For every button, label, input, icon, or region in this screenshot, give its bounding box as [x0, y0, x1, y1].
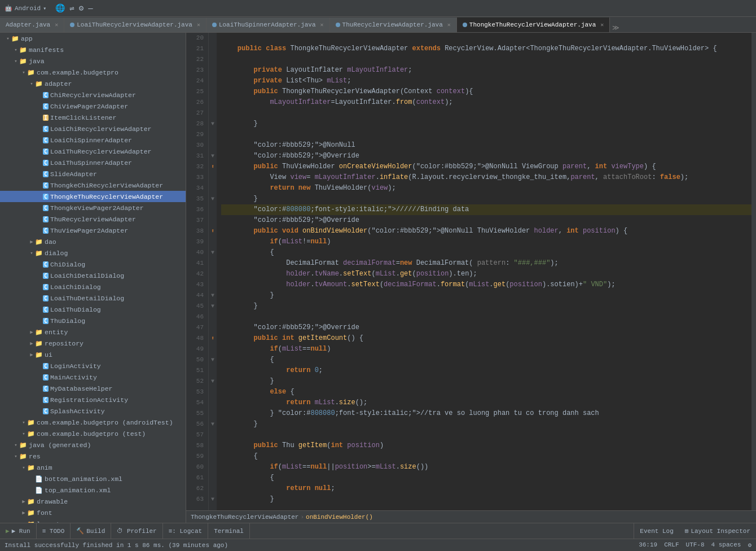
tree-label: ItemClickListener	[50, 114, 116, 121]
tree-item[interactable]: C ThongkeThuRecyclerViewAdapter	[0, 191, 186, 202]
tree-item[interactable]: C ChiRecyclerviewAdapter	[0, 89, 186, 100]
tree-item[interactable]: ▶ 📁 entity	[0, 326, 186, 338]
tree-item[interactable]: ▾ 📁 com.example.budgetpro (test)	[0, 428, 186, 439]
tree-item[interactable]: C ChiDialog	[0, 259, 186, 270]
code-line: {	[221, 473, 751, 483]
tab-thongkethu-label: ThongkeThuRecyclerViewAdapter.java	[469, 21, 596, 28]
tree-item[interactable]: C ThuRecyclerviewAdapter	[0, 213, 186, 225]
tree-item[interactable]: C MainActivity	[0, 371, 186, 383]
tree-item[interactable]: C LoaiThuSpinnerAdapter	[0, 157, 186, 168]
tree-item[interactable]: ▾ 📁 dialog	[0, 247, 186, 259]
tree-item[interactable]: C ThongkeViewPager2Adapter	[0, 202, 186, 213]
tree-label: font	[37, 509, 52, 517]
tree-item[interactable]: ▾ 📁 res	[0, 451, 186, 462]
tree-item[interactable]: ▾ 📁 manifests	[0, 44, 186, 55]
tree-item[interactable]: ▾ 📁 anim	[0, 462, 186, 473]
layout-inspector-button[interactable]: ⊞ Layout Inspector	[679, 523, 756, 539]
todo-button[interactable]: ≡ TODO	[37, 523, 71, 539]
event-log-button[interactable]: Event Log	[634, 523, 679, 539]
tree-item[interactable]: ▾ 📁 adapter	[0, 78, 186, 89]
globe-icon[interactable]: 🌐	[55, 3, 65, 13]
tree-item[interactable]: ▾ 📁 app	[0, 33, 186, 44]
tree-item[interactable]: 📄 bottom_animation.xml	[0, 473, 186, 484]
tab-loaithu[interactable]: LoaiThuRecyclerviewAdapter.java ✕	[64, 18, 206, 32]
code-line: public void onBindViewHolder("color:#bbb…	[221, 226, 751, 237]
tab-loaithuspinner[interactable]: LoaiThuSpinnerAdapter.java ✕	[206, 18, 330, 32]
run-button[interactable]: ▶ ▶ Run	[0, 523, 37, 539]
tree-item[interactable]: ▾ 📁 java (generated)	[0, 439, 186, 451]
tab-adapter[interactable]: Adapter.java ✕	[0, 18, 64, 32]
tree-label: ThongkeThuRecyclerViewAdapter	[50, 193, 163, 200]
xml-icon: 📄	[35, 487, 43, 494]
tree-item[interactable]: 📄 top_animation.xml	[0, 484, 186, 496]
tab-loaithu-close[interactable]: ✕	[197, 21, 200, 28]
tree-item[interactable]: C ThongkeChiRecyclerViewAdapter	[0, 180, 186, 191]
tree-item[interactable]: C LoginActivity	[0, 360, 186, 371]
folder-icon: 📁	[27, 430, 35, 438]
tab-adapter-label: Adapter.java	[6, 21, 50, 28]
main-content: ▾ 📁 app ▾ 📁 manifests ▾ 📁 java ▾ 📁 com.e…	[0, 33, 756, 523]
terminal-button[interactable]: Terminal	[208, 523, 250, 539]
tree-item[interactable]: ▾ 📁 java	[0, 55, 186, 67]
tree-label: LoaiChiDetailDialog	[50, 272, 124, 279]
tab-thongkethu[interactable]: ThongkeThuRecyclerViewAdapter.java ✕	[457, 18, 610, 32]
split-icon[interactable]: ⇌	[69, 3, 74, 13]
tree-arrow: ▶	[28, 340, 35, 347]
tree-item[interactable]: C MyDatabaseHelper	[0, 383, 186, 394]
more-tabs-icon[interactable]: ≫	[612, 24, 619, 32]
tree-item[interactable]: ▾ 📁 layout	[0, 518, 186, 523]
tree-item[interactable]: C ThuViewPager2Adapter	[0, 225, 186, 236]
code-line: View view= mLayoutInflater.inflate(R.lay…	[221, 172, 751, 183]
todo-label: ≡ TODO	[42, 528, 65, 535]
tree-item[interactable]: ▶ 📁 font	[0, 507, 186, 518]
tree-item[interactable]: ▶ 📁 repository	[0, 338, 186, 349]
tree-item[interactable]: C RegistrationActivity	[0, 394, 186, 405]
settings-icon[interactable]: ⚙	[79, 3, 83, 13]
tree-item[interactable]: C LoaiThuDialog	[0, 304, 186, 315]
tree-item[interactable]: C LoaiChiDialog	[0, 281, 186, 292]
tree-arrow: ▶	[20, 498, 27, 505]
class-icon: C	[43, 205, 49, 211]
tree-item[interactable]: ▾ 📁 com.example.budgetpro (androidTest)	[0, 417, 186, 428]
tree-label: adapter	[45, 80, 72, 88]
tab-thongkethu-dot	[463, 23, 467, 27]
logcat-label: ≡: Logcat	[169, 528, 202, 535]
tree-item[interactable]: C ChiViewPager2Adapter	[0, 100, 186, 112]
tree-item[interactable]: C LoaiChiSpinnerAdapter	[0, 134, 186, 146]
tab-thurecyclerview-close[interactable]: ✕	[447, 21, 451, 28]
tab-thurecyclerview[interactable]: ThuRecyclerviewAdapter.java ✕	[330, 18, 457, 32]
tree-item[interactable]: C ThuDialog	[0, 315, 186, 326]
platform-dropdown[interactable]: ▾	[43, 5, 46, 12]
xml-icon: 📄	[35, 475, 43, 483]
tab-thongkethu-close[interactable]: ✕	[600, 21, 604, 28]
tab-adapter-close[interactable]: ✕	[55, 21, 58, 28]
minus-icon[interactable]: —	[88, 4, 93, 13]
logcat-button[interactable]: ≡: Logcat	[163, 523, 208, 539]
tree-item[interactable]: ▶ 📁 dao	[0, 236, 186, 247]
tree-item[interactable]: ▶ 📁 drawable	[0, 496, 186, 507]
tree-item[interactable]: C SlideAdapter	[0, 168, 186, 180]
class-icon: C	[43, 386, 49, 392]
tree-item[interactable]: C LoaiChiDetailDialog	[0, 270, 186, 281]
code-line: }	[221, 494, 751, 505]
code-line: public class ThongkeThuRecyclerViewAdapt…	[221, 43, 751, 54]
tree-item[interactable]: C LoaiChiRecyclerviewAdapter	[0, 123, 186, 134]
tree-arrow: ▾	[12, 58, 19, 64]
code-line: }	[221, 194, 751, 204]
tab-loaithuspinner-label: LoaiThuSpinnerAdapter.java	[219, 21, 316, 28]
tree-item[interactable]: C LoaiThuRecyclerviewAdapter	[0, 146, 186, 157]
build-button[interactable]: 🔨 Build	[71, 523, 111, 539]
tree-label: repository	[45, 340, 83, 347]
tree-item[interactable]: I ItemClickListener	[0, 112, 186, 123]
code-area[interactable]: 2021222324252627282930313233343536373839…	[186, 33, 756, 510]
code-content[interactable]: public class ThongkeThuRecyclerViewAdapt…	[217, 33, 751, 510]
tab-loaithuspinner-close[interactable]: ✕	[320, 21, 324, 28]
tree-item[interactable]: ▾ 📁 com.example.budgetpro	[0, 67, 186, 78]
profiler-button[interactable]: ⏱ Profiler	[111, 523, 162, 539]
tree-item[interactable]: ▶ 📁 ui	[0, 349, 186, 360]
tab-loaithuspinner-dot	[212, 23, 217, 27]
line-number: 33	[188, 172, 204, 183]
tree-item[interactable]: C LoaiThuDetailDialog	[0, 292, 186, 304]
tree-item[interactable]: C SplashActivity	[0, 405, 186, 417]
gutter-mark	[209, 33, 217, 43]
